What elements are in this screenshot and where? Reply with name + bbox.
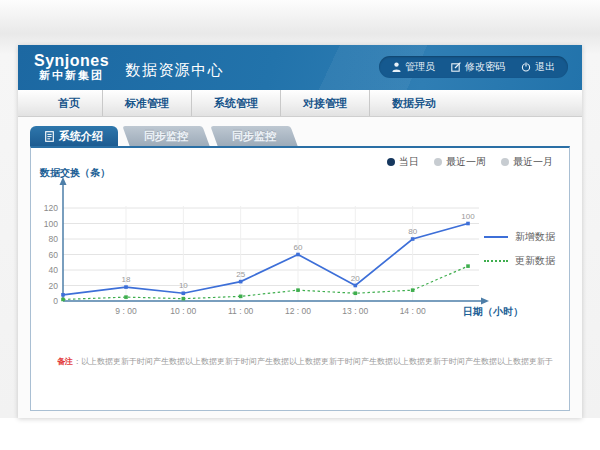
- user-toolbar: 管理员 修改密码 退出: [379, 56, 568, 78]
- legend-new-data-label: 新增数据: [515, 230, 555, 244]
- legend-new-data-swatch: [484, 236, 508, 238]
- radio-last-month-dot: [501, 158, 509, 166]
- svg-text:数据交换（条）: 数据交换（条）: [39, 168, 110, 178]
- page-title: 数据资源中心: [125, 55, 224, 80]
- nav-item-standard-mgmt[interactable]: 标准管理: [102, 90, 191, 116]
- period-filter: 当日 最近一周 最近一月: [387, 155, 553, 169]
- svg-text:10: 10: [179, 281, 188, 290]
- svg-text:12 : 00: 12 : 00: [285, 306, 311, 316]
- change-password-button[interactable]: 修改密码: [451, 60, 505, 74]
- radio-last-month[interactable]: 最近一月: [501, 155, 553, 169]
- main-nav: 首页 标准管理 系统管理 对接管理 数据异动: [18, 90, 582, 117]
- svg-text:60: 60: [49, 250, 59, 260]
- brand-logo: Synjones 新中新集团: [34, 53, 109, 81]
- user-icon: [392, 62, 401, 72]
- svg-text:9 : 00: 9 : 00: [115, 306, 137, 316]
- logout-label: 退出: [535, 60, 555, 74]
- svg-text:13 : 00: 13 : 00: [342, 306, 368, 316]
- tab-sync-monitor-2-label: 同步监控: [232, 126, 276, 146]
- radio-last-week[interactable]: 最近一周: [434, 155, 486, 169]
- edit-icon: [451, 62, 461, 72]
- footnote: 备注：以上数据更新于时间产生数据以上数据更新于时间产生数据以上数据更新于时间产生…: [57, 356, 559, 367]
- radio-last-month-label: 最近一月: [513, 155, 553, 169]
- current-user[interactable]: 管理员: [392, 60, 435, 74]
- svg-text:18: 18: [122, 275, 131, 284]
- change-password-label: 修改密码: [465, 60, 505, 74]
- svg-text:20: 20: [49, 281, 59, 291]
- svg-text:120: 120: [44, 203, 58, 213]
- tab-system-intro[interactable]: 系统介绍: [30, 126, 118, 146]
- nav-item-data-changes[interactable]: 数据异动: [369, 90, 458, 116]
- svg-text:60: 60: [294, 243, 303, 252]
- radio-today[interactable]: 当日: [387, 155, 419, 169]
- svg-text:11 : 00: 11 : 00: [228, 306, 254, 316]
- svg-text:100: 100: [461, 212, 475, 221]
- svg-text:80: 80: [49, 234, 59, 244]
- power-icon: [521, 62, 531, 72]
- tab-system-intro-label: 系统介绍: [59, 126, 103, 146]
- nav-item-system-mgmt[interactable]: 系统管理: [191, 90, 280, 116]
- logout-button[interactable]: 退出: [521, 60, 555, 74]
- screen: Synjones 新中新集团 数据资源中心 管理员 修改: [0, 0, 600, 450]
- legend-updated-data-swatch: [484, 260, 508, 262]
- footnote-label: 备注: [57, 357, 73, 366]
- svg-text:80: 80: [408, 227, 417, 236]
- legend-updated-data-label: 更新数据: [515, 254, 555, 268]
- content-area: 系统介绍 同步监控 同步监控 当日 最近一周: [18, 117, 582, 418]
- brand-logo-cn: 新中新集团: [34, 70, 109, 82]
- nav-item-integration-mgmt[interactable]: 对接管理: [280, 90, 369, 116]
- tab-sync-monitor-2[interactable]: 同步监控: [210, 126, 297, 146]
- footnote-text: ：以上数据更新于时间产生数据以上数据更新于时间产生数据以上数据更新于时间产生数据…: [73, 357, 553, 366]
- nav-item-home[interactable]: 首页: [36, 90, 102, 116]
- radio-today-dot: [387, 158, 395, 166]
- svg-text:日期（小时）: 日期（小时）: [463, 306, 523, 317]
- svg-text:100: 100: [44, 219, 58, 229]
- svg-text:20: 20: [351, 274, 360, 283]
- radio-today-label: 当日: [399, 155, 419, 169]
- svg-text:25: 25: [236, 270, 245, 279]
- svg-text:40: 40: [49, 265, 59, 275]
- radio-last-week-label: 最近一周: [446, 155, 486, 169]
- tab-sync-monitor-1-label: 同步监控: [144, 126, 188, 146]
- line-chart: 0204060801001209 : 0010 : 0011 : 0012 : …: [39, 168, 549, 328]
- svg-text:0: 0: [53, 296, 58, 306]
- chart-legend: 新增数据 更新数据: [484, 230, 555, 278]
- radio-last-week-dot: [434, 158, 442, 166]
- legend-updated-data: 更新数据: [484, 254, 555, 268]
- tab-sync-monitor-1[interactable]: 同步监控: [122, 126, 209, 146]
- tab-bar: 系统介绍 同步监控 同步监控: [30, 126, 294, 146]
- chart-panel: 当日 最近一周 最近一月 0204060801001209 : 0010 : 0…: [30, 146, 570, 411]
- app-window: Synjones 新中新集团 数据资源中心 管理员 修改: [18, 45, 582, 418]
- app-header: Synjones 新中新集团 数据资源中心 管理员 修改: [18, 45, 582, 90]
- current-user-label: 管理员: [405, 60, 435, 74]
- legend-new-data: 新增数据: [484, 230, 555, 244]
- svg-text:14 : 00: 14 : 00: [400, 306, 426, 316]
- document-icon: [45, 131, 54, 142]
- svg-text:10 : 00: 10 : 00: [170, 306, 196, 316]
- brand-logo-en: Synjones: [34, 53, 109, 70]
